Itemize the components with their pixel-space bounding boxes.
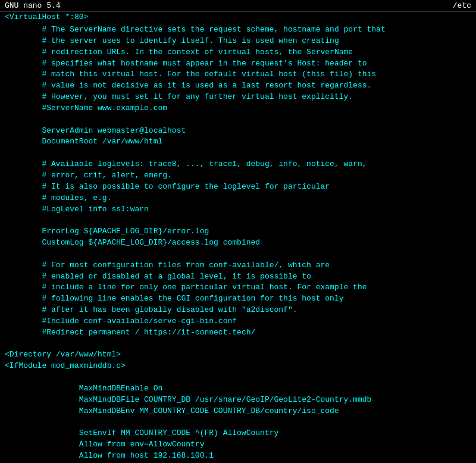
editor-line: MaxMindDBFile COUNTRY_DB /usr/share/GeoI… [5,395,471,406]
editor-line: # after it has been globally disabled wi… [5,305,471,316]
editor-line: #ServerName www.example.com [5,103,471,114]
editor-line: # following line enables the CGI configu… [5,293,471,305]
editor-line [5,372,471,383]
editor-line: CustomLog ${APACHE_LOG_DIR}/access.log c… [5,237,471,249]
editor-line [5,249,471,260]
editor-line: # modules, e.g. [5,193,471,204]
editor-line: ServerAdmin webmaster@localhost [5,126,471,137]
editor-line [5,215,471,226]
editor-line: # redirection URLs. In the context of vi… [5,47,471,58]
editor-line: Allow from env=AllowCountry [5,439,471,451]
file-path: /etc [453,1,471,10]
editor-line: # value is not decisive as it is used as… [5,80,471,92]
file-header: <VirtualHost *:80> [0,12,476,22]
title-bar: GNU nano 5.4 /etc [0,0,476,12]
editor-content[interactable]: # The ServerName directive sets the requ… [0,22,476,463]
app-title: GNU nano 5.4 [5,1,61,10]
editor-line: # It is also possible to configure the l… [5,182,471,193]
editor-line [5,339,471,350]
editor-line: # However, you must set it for any furth… [5,92,471,103]
editor-line: SetEnvIf MM_COUNTRY_CODE ^(FR) AllowCoun… [5,428,471,439]
editor-line: # include a line for only one particular… [5,282,471,293]
editor-line: #Include conf-available/serve-cgi-bin.co… [5,316,471,327]
editor-line: # For most configuration files from conf… [5,260,471,271]
editor-line: # enabled or disabled at a global level,… [5,271,471,283]
editor-line: # The ServerName directive sets the requ… [5,24,471,36]
editor-line: MaxMindDBEnv MM_COUNTRY_CODE COUNTRY_DB/… [5,406,471,417]
editor-line: # the server uses to identify itself. Th… [5,36,471,47]
editor-line: # error, crit, alert, emerg. [5,170,471,182]
editor-line [5,417,471,428]
editor-line: MaxMindDBEnable On [5,383,471,395]
editor-line: <IfModule mod_maxminddb.c> [5,361,471,372]
editor-line: DocumentRoot /var/www/html [5,136,471,148]
editor-line: #LogLevel info ssl:warn [5,204,471,215]
editor-line: #Redirect permanent / https://it-connect… [5,327,471,339]
editor-line: <Directory /var/www/html> [5,349,471,361]
editor-line: # match this virtual host. For the defau… [5,69,471,80]
editor-line [5,114,471,126]
editor-line: ErrorLog ${APACHE_LOG_DIR}/error.log [5,226,471,237]
editor-line [5,148,471,159]
editor-line: Allow from host 192.168.100.1 [5,451,471,462]
terminal: GNU nano 5.4 /etc <VirtualHost *:80> # T… [0,0,476,463]
editor-line: # specifies what hostname must appear in… [5,58,471,70]
editor-line: # Available loglevels: trace8, ..., trac… [5,159,471,170]
